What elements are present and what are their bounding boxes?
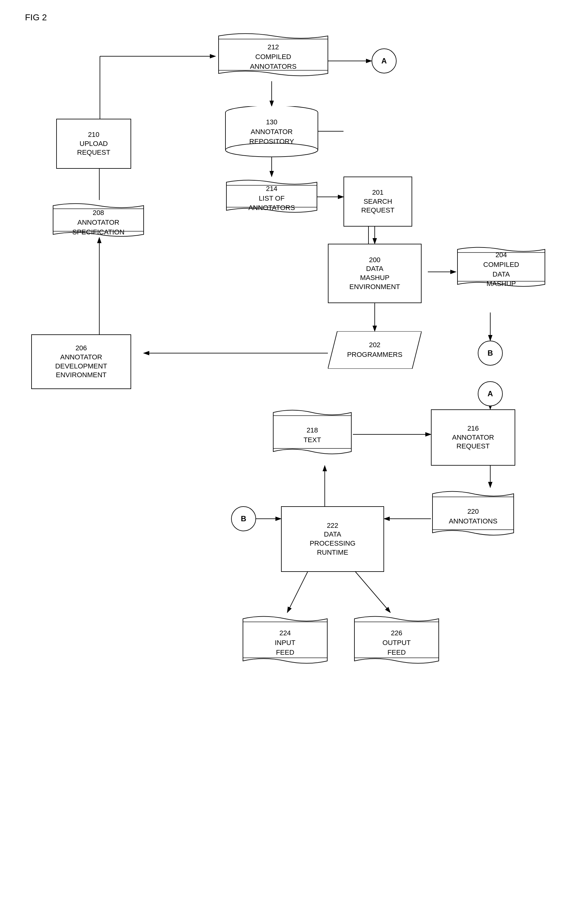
annotator-dev-env-box: 206ANNOTATORDEVELOPMENTENVIRONMENT <box>31 334 131 389</box>
text-shape <box>272 406 353 464</box>
annotations-shape <box>431 487 515 545</box>
circle-b-bottom: B <box>231 506 256 531</box>
input-feed-shape <box>241 613 329 673</box>
data-processing-runtime-box: 222DATAPROCESSINGRUNTIME <box>281 506 384 572</box>
annotator-request-box: 216ANNOTATORREQUEST <box>431 410 515 466</box>
svg-line-24 <box>353 569 390 613</box>
circle-b-top: B <box>478 341 503 366</box>
data-mashup-env-box: 200DATAMASHUPENVIRONMENT <box>328 244 422 303</box>
annotator-repository-shape <box>225 106 319 158</box>
search-request-box: 201SEARCHREQUEST <box>344 177 412 227</box>
upload-request-box: 210UPLOADREQUEST <box>56 119 131 169</box>
circle-a-top: A <box>371 48 396 73</box>
compiled-data-mashup-shape <box>456 244 546 295</box>
diagram-container: FIG 2 <box>0 0 588 900</box>
circle-a-bottom: A <box>478 381 503 406</box>
annotator-spec-shape <box>51 200 145 245</box>
fig-label: FIG 2 <box>25 12 47 23</box>
svg-line-23 <box>287 569 309 613</box>
list-annotators-shape <box>225 177 319 220</box>
output-feed-shape <box>353 613 440 673</box>
compiled-annotators-shape <box>215 31 331 83</box>
svg-point-31 <box>226 143 318 157</box>
programmers-shape <box>328 331 422 369</box>
